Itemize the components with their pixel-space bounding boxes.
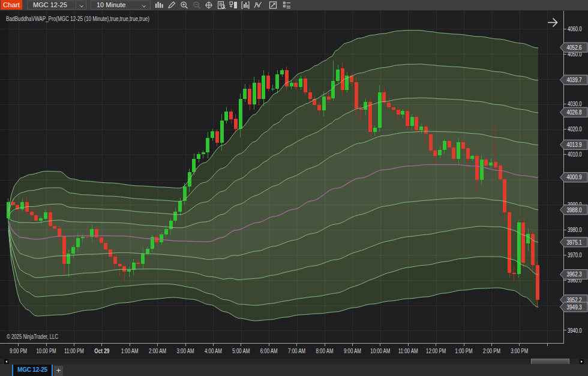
svg-text:10:00 PM: 10:00 PM	[37, 348, 56, 354]
svg-text:11:00 PM: 11:00 PM	[64, 348, 84, 354]
svg-text:BadBuddhaVWAP_Pro(MGC 12-25 (1: BadBuddhaVWAP_Pro(MGC 12-25 (10 Minute),…	[6, 16, 149, 22]
svg-text:3980.0: 3980.0	[568, 227, 582, 233]
svg-text:3970.0: 3970.0	[568, 252, 582, 258]
svg-text:2:00 PM: 2:00 PM	[483, 348, 500, 354]
svg-text:3975.1: 3975.1	[567, 239, 582, 246]
svg-text:4060.0: 4060.0	[568, 26, 582, 32]
svg-text:4026.8: 4026.8	[567, 109, 582, 116]
svg-text:1:00 PM: 1:00 PM	[455, 348, 473, 354]
svg-text:3962.3: 3962.3	[567, 271, 582, 278]
svg-text:2:00 AM: 2:00 AM	[149, 348, 166, 354]
svg-text:9:00 AM: 9:00 AM	[344, 348, 361, 354]
svg-text:3:00 PM: 3:00 PM	[511, 348, 528, 354]
svg-text:3940.0: 3940.0	[568, 327, 582, 334]
svg-text:4039.7: 4039.7	[567, 77, 582, 83]
svg-text:9:00 PM: 9:00 PM	[10, 348, 27, 354]
svg-text:6:00 AM: 6:00 AM	[260, 348, 278, 354]
svg-text:8:00 AM: 8:00 AM	[316, 348, 334, 354]
svg-text:11:00 AM: 11:00 AM	[398, 348, 418, 354]
svg-text:3949.3: 3949.3	[567, 304, 582, 311]
svg-text:4000.9: 4000.9	[567, 174, 582, 181]
svg-text:7:00 AM: 7:00 AM	[288, 348, 305, 354]
svg-text:4030.0: 4030.0	[568, 101, 582, 107]
svg-text:4:00 AM: 4:00 AM	[205, 348, 222, 354]
svg-text:3:00 AM: 3:00 AM	[177, 348, 194, 354]
svg-text:10:00 AM: 10:00 AM	[370, 348, 390, 354]
svg-text:5:00 AM: 5:00 AM	[232, 348, 250, 354]
svg-text:© 2025 NinjaTrader, LLC: © 2025 NinjaTrader, LLC	[7, 333, 58, 340]
svg-text:4020.0: 4020.0	[568, 126, 582, 133]
svg-text:12:00 PM: 12:00 PM	[426, 348, 446, 354]
svg-text:4052.6: 4052.6	[567, 44, 582, 51]
svg-text:4010.0: 4010.0	[568, 151, 582, 158]
svg-text:1:00 AM: 1:00 AM	[121, 348, 139, 354]
svg-text:4013.9: 4013.9	[567, 142, 582, 148]
svg-text:3988.0: 3988.0	[567, 207, 582, 213]
svg-text:Oct 29: Oct 29	[94, 348, 109, 354]
